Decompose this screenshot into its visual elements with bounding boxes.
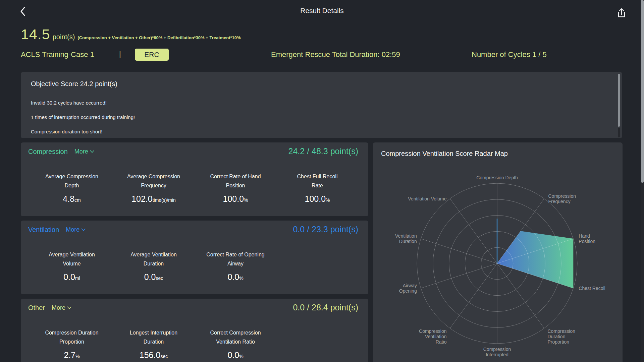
svg-text:Ventilation: Ventilation (395, 233, 417, 239)
ventilation-score: 0.0 / 23.3 point(s) (293, 225, 358, 234)
compression-section-title: Compression (28, 148, 68, 156)
more-label: More (74, 148, 88, 155)
case-name: ACLS Training-Case 1 (21, 50, 94, 59)
radar-panel: Compression Ventilation Score Radar Map … (373, 142, 623, 362)
compression-score: 24.2 / 48.3 point(s) (288, 146, 358, 156)
objective-score-title: Objective Score 24.2 point(s) (31, 80, 609, 88)
metric-avg-compression-depth: Average Compression Depth 4.8cm (31, 172, 113, 204)
objective-panel-scrollbar-track (618, 128, 620, 137)
objective-panel-scrollbar[interactable] (618, 74, 620, 127)
svg-text:Chest Recoil: Chest Recoil (579, 286, 605, 291)
metric-avg-ventilation-volume: Average Ventilation Volume 0.0ml (31, 250, 113, 282)
svg-text:Proportion: Proportion (548, 339, 570, 345)
ventilation-more-button[interactable]: More (66, 226, 86, 233)
svg-text:Compression: Compression (548, 328, 575, 334)
total-score-row: 14.5 point(s) (Compression + Ventilation… (21, 26, 241, 43)
metric-chest-recoil-rate: Chest Full Recoil Rate 100.0% (276, 172, 358, 204)
compression-panel: Compression More 24.2 / 48.3 point(s) Av… (21, 142, 368, 216)
share-button[interactable] (615, 7, 628, 19)
svg-text:Hand: Hand (579, 233, 590, 239)
svg-text:Interrupted: Interrupted (486, 352, 508, 357)
svg-text:Airway: Airway (403, 283, 417, 288)
session-row: ACLS Training-Case 1 | ERC Emergent Resc… (0, 48, 644, 61)
score-formula: (Compression + Ventilation + Other)*60% … (77, 35, 240, 40)
separator: | (119, 50, 121, 58)
svg-text:Compression: Compression (419, 328, 446, 334)
svg-text:Ratio: Ratio (436, 339, 447, 345)
metric-compression-ventilation-ratio: Correct Compression Ventilation Ratio 0.… (195, 328, 276, 360)
metric-avg-ventilation-duration: Average Ventilation Duration 0.0sec (113, 250, 195, 282)
ventilation-panel: Ventilation More 0.0 / 23.3 point(s) Ave… (21, 221, 368, 294)
more-label: More (66, 226, 79, 233)
compression-more-button[interactable]: More (74, 148, 94, 155)
guideline-badge: ERC (135, 49, 169, 61)
metric-airway-opening-rate: Correct Rate of Opening Airway 0.0% (195, 250, 276, 282)
chevron-down-icon (81, 228, 86, 231)
chevron-down-icon (67, 306, 71, 309)
metric-longest-interruption-duration: Longest Interruption Duration 156.0sec (113, 328, 195, 360)
svg-text:Compression: Compression (483, 347, 511, 352)
share-icon (617, 8, 626, 18)
metric-hand-position-rate: Correct Rate of Hand Position 100.0% (195, 172, 276, 204)
other-score: 0.0 / 28.4 point(s) (293, 303, 358, 312)
total-score-unit: point(s) (53, 33, 75, 41)
svg-text:Duration: Duration (548, 334, 566, 339)
metric-compression-duration-proportion: Compression Duration Proportion 2.7% (31, 328, 113, 360)
page-scrollbar-thumb[interactable] (641, 0, 644, 183)
more-label: More (52, 304, 65, 311)
objective-warning: 1 times of interruption occurred during … (31, 114, 135, 120)
ventilation-section-title: Ventilation (28, 226, 59, 234)
objective-warning: Invalid 30:2 cycles have occurred! (31, 100, 107, 106)
svg-text:Ventilation: Ventilation (425, 334, 447, 339)
objective-warning: Compression duration too short! (31, 129, 102, 134)
other-section-title: Other (28, 304, 45, 312)
svg-text:Opening: Opening (399, 288, 417, 294)
radar-chart: Compression DepthCompressionFrequencyHan… (373, 142, 623, 362)
other-panel: Other More 0.0 / 28.4 point(s) Compressi… (21, 299, 368, 362)
svg-text:Frequency: Frequency (548, 199, 571, 204)
svg-text:Duration: Duration (399, 239, 417, 244)
chevron-down-icon (90, 150, 94, 153)
top-bar: Result Details (0, 0, 644, 21)
page-title: Result Details (0, 7, 644, 15)
total-duration-text: Emergent Rescue Total Duration: 02:59 (271, 50, 400, 59)
svg-text:Compression: Compression (548, 193, 576, 199)
svg-text:Ventilation Volume: Ventilation Volume (408, 196, 446, 201)
objective-score-panel: Objective Score 24.2 point(s) Invalid 30… (21, 72, 622, 138)
svg-text:Position: Position (579, 239, 595, 244)
cycles-text: Number of Cycles 1 / 5 (472, 50, 547, 59)
metric-avg-compression-frequency: Average Compression Frequency 102.0time(… (113, 172, 195, 204)
total-score-value: 14.5 (21, 26, 50, 43)
other-more-button[interactable]: More (52, 304, 71, 311)
svg-text:Compression Depth: Compression Depth (476, 175, 518, 180)
